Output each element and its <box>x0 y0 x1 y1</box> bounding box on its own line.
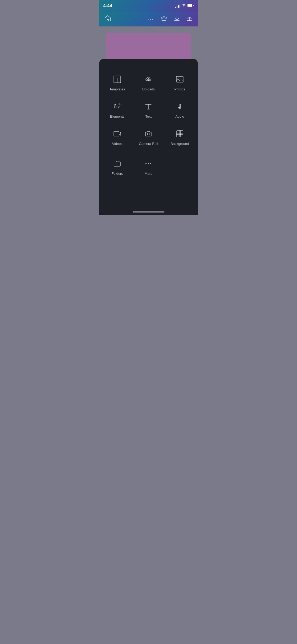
audio-icon <box>176 102 184 111</box>
camera-roll-icon <box>144 129 153 139</box>
svg-rect-16 <box>114 131 119 136</box>
nav-right: ··· <box>147 15 193 23</box>
templates-icon <box>113 75 121 84</box>
svg-rect-1 <box>188 4 192 7</box>
photos-label: Photos <box>175 87 185 91</box>
svg-point-29 <box>148 163 149 164</box>
photos-icon <box>176 75 184 84</box>
uploads-button[interactable]: Uploads <box>133 69 164 96</box>
audio-label: Audio <box>175 114 184 118</box>
home-indicator <box>133 211 164 213</box>
background-button[interactable]: Background <box>164 124 195 151</box>
grid-row-4: Folders More <box>99 151 198 181</box>
svg-rect-7 <box>176 76 183 82</box>
svg-marker-17 <box>119 132 121 135</box>
svg-point-18 <box>147 133 149 135</box>
more-options-button[interactable]: ··· <box>147 16 154 22</box>
svg-point-13 <box>178 107 180 109</box>
home-button[interactable] <box>104 15 111 23</box>
svg-point-30 <box>150 163 151 164</box>
videos-icon <box>113 129 121 139</box>
text-button[interactable]: Text <box>133 96 164 124</box>
status-icons <box>175 3 194 8</box>
more-button[interactable]: More <box>133 154 164 181</box>
share-button[interactable] <box>186 15 193 23</box>
svg-point-28 <box>145 163 147 164</box>
background-icon <box>176 129 184 139</box>
premium-button[interactable] <box>161 16 167 23</box>
templates-label: Templates <box>110 87 125 91</box>
svg-line-15 <box>180 104 181 104</box>
camera-roll-button[interactable]: Camera Roll <box>133 124 164 151</box>
top-nav: ··· <box>99 12 198 26</box>
signal-icon <box>175 4 180 8</box>
elements-button[interactable]: Elements <box>102 96 133 124</box>
bottom-sheet: Templates Uploads Photos <box>99 59 198 215</box>
folders-label: Folders <box>111 172 123 176</box>
camera-roll-label: Camera Roll <box>139 142 158 146</box>
videos-button[interactable]: Videos <box>102 124 133 151</box>
uploads-label: Uploads <box>142 87 155 91</box>
grid-row-1: Templates Uploads Photos <box>99 64 198 151</box>
templates-button[interactable]: Templates <box>102 69 133 96</box>
wifi-icon <box>182 3 186 8</box>
background-label: Background <box>171 142 189 146</box>
videos-label: Videos <box>112 142 122 146</box>
battery-icon <box>187 3 194 8</box>
audio-button[interactable]: Audio <box>164 96 195 124</box>
uploads-icon <box>144 75 153 84</box>
status-bar: 4:44 <box>99 0 198 12</box>
more-label: More <box>145 172 153 176</box>
download-button[interactable] <box>174 15 180 23</box>
elements-label: Elements <box>110 114 124 118</box>
text-icon <box>144 102 153 111</box>
folders-button[interactable]: Folders <box>102 154 133 181</box>
more-icon <box>144 159 153 168</box>
elements-icon <box>113 102 121 111</box>
text-label: Text <box>145 114 152 118</box>
status-time: 4:44 <box>103 3 112 8</box>
folders-icon <box>113 159 121 168</box>
photos-button[interactable]: Photos <box>164 69 195 96</box>
svg-rect-9 <box>114 106 116 108</box>
